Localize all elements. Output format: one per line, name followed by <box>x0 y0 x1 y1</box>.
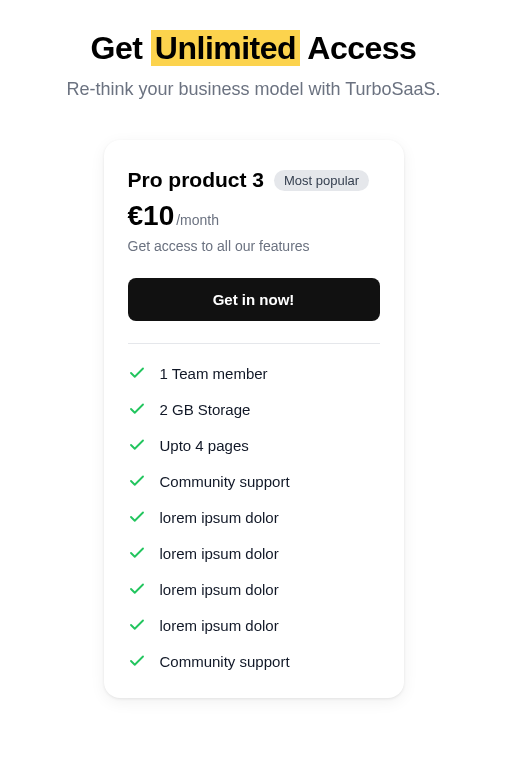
feature-item: lorem ipsum dolor <box>128 580 380 598</box>
feature-label: 2 GB Storage <box>160 401 251 418</box>
check-icon <box>128 436 146 454</box>
popular-badge: Most popular <box>274 170 369 191</box>
plan-description: Get access to all our features <box>128 238 380 254</box>
feature-item: lorem ipsum dolor <box>128 508 380 526</box>
page-heading: Get Unlimited Access <box>91 30 417 67</box>
page-subheading: Re-think your business model with TurboS… <box>66 79 440 100</box>
feature-label: Community support <box>160 473 290 490</box>
pricing-card: Pro product 3 Most popular €10 /month Ge… <box>104 140 404 698</box>
check-icon <box>128 544 146 562</box>
feature-label: lorem ipsum dolor <box>160 617 279 634</box>
check-icon <box>128 616 146 634</box>
plan-name: Pro product 3 <box>128 168 265 192</box>
feature-label: Upto 4 pages <box>160 437 249 454</box>
feature-label: lorem ipsum dolor <box>160 581 279 598</box>
card-header: Pro product 3 Most popular <box>128 168 380 192</box>
heading-highlight: Unlimited <box>151 30 300 66</box>
feature-label: 1 Team member <box>160 365 268 382</box>
feature-item: lorem ipsum dolor <box>128 544 380 562</box>
price-row: €10 /month <box>128 200 380 232</box>
check-icon <box>128 652 146 670</box>
price-period: /month <box>176 212 219 228</box>
feature-item: Community support <box>128 472 380 490</box>
check-icon <box>128 508 146 526</box>
features-list: 1 Team member2 GB StorageUpto 4 pagesCom… <box>128 364 380 670</box>
feature-item: 2 GB Storage <box>128 400 380 418</box>
check-icon <box>128 580 146 598</box>
feature-item: lorem ipsum dolor <box>128 616 380 634</box>
feature-item: Upto 4 pages <box>128 436 380 454</box>
check-icon <box>128 364 146 382</box>
feature-label: lorem ipsum dolor <box>160 509 279 526</box>
divider <box>128 343 380 344</box>
heading-post: Access <box>300 30 416 66</box>
feature-label: lorem ipsum dolor <box>160 545 279 562</box>
feature-label: Community support <box>160 653 290 670</box>
cta-button[interactable]: Get in now! <box>128 278 380 321</box>
check-icon <box>128 400 146 418</box>
feature-item: 1 Team member <box>128 364 380 382</box>
check-icon <box>128 472 146 490</box>
feature-item: Community support <box>128 652 380 670</box>
heading-pre: Get <box>91 30 151 66</box>
price-value: €10 <box>128 200 175 232</box>
